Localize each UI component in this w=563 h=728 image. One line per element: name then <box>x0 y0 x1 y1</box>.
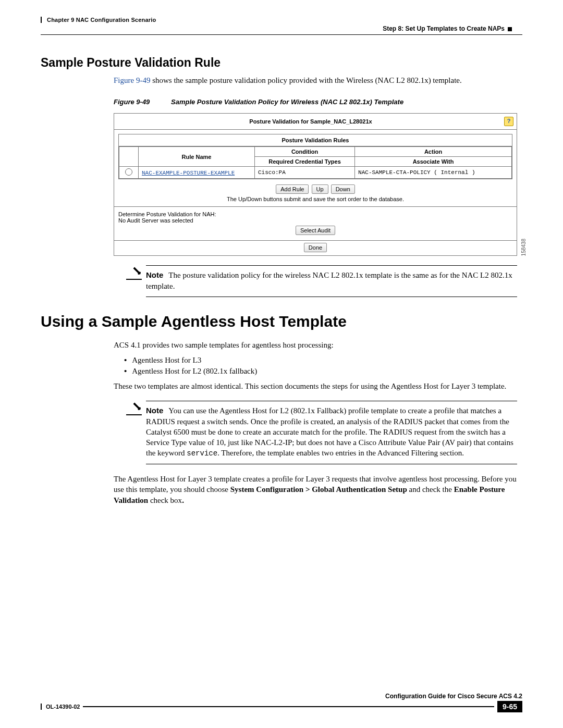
sort-hint: The Up/Down buttons submit and save the … <box>118 196 512 202</box>
note-label: Note <box>146 270 163 279</box>
code-service: service <box>187 449 217 458</box>
help-icon[interactable]: ? <box>504 117 513 126</box>
cell-cred: Cisco:PA <box>255 167 355 179</box>
rules-table: Rule Name Condition Action Required Cred… <box>119 146 512 179</box>
page-number: 9-65 <box>497 701 522 712</box>
bullet-l3: Agentless Host for L3 <box>124 355 517 365</box>
header-marker-icon <box>508 27 512 31</box>
add-rule-button[interactable]: Add Rule <box>276 184 309 194</box>
bullet-l2: Agentless Host for L2 (802.1x fallback) <box>124 366 517 376</box>
table-row: NAC-EXAMPLE-POSTURE-EXAMPLE Cisco:PA NAC… <box>119 167 512 179</box>
footer-ol: OL-14390-02 <box>41 704 80 710</box>
select-audit-button[interactable]: Select Audit <box>296 226 335 235</box>
down-button[interactable]: Down <box>331 184 355 194</box>
figure-id: 158438 <box>521 239 527 256</box>
note-icon <box>130 265 143 278</box>
col-action-sub: Associate With <box>355 157 512 167</box>
note-text-2b: . Therefore, the template enables two en… <box>217 449 464 457</box>
figure-ref-link[interactable]: Figure 9-49 <box>114 76 150 84</box>
col-rule-name: Rule Name <box>139 147 255 167</box>
note-label: Note <box>146 406 163 415</box>
p-identical: These two templates are almost identical… <box>114 381 517 391</box>
p-final: The Agentless Host for Layer 3 template … <box>114 474 517 505</box>
col-condition: Condition <box>255 147 355 157</box>
note-icon <box>130 400 143 413</box>
figure-caption: Figure 9-49Sample Posture Validation Pol… <box>114 98 517 106</box>
section-heading-agentless: Using a Sample Agentless Host Template <box>41 313 522 330</box>
footer-guide: Configuration Guide for Cisco Secure ACS… <box>41 693 522 701</box>
up-button[interactable]: Up <box>312 184 328 194</box>
rule-name-link[interactable]: NAC-EXAMPLE-POSTURE-EXAMPLE <box>142 170 235 176</box>
step-label: Step 8: Set Up Templates to Create NAPs <box>41 25 522 32</box>
intro-paragraph: Figure 9-49 shows the sample posture val… <box>114 75 517 85</box>
note-text-1: The posture validation policy for the wi… <box>146 271 512 290</box>
col-action: Action <box>355 147 512 157</box>
done-button[interactable]: Done <box>304 243 327 252</box>
cell-assoc: NAC-SAMPLE-CTA-POLICY ( Internal ) <box>355 167 512 179</box>
figure-title: Posture Validation for Sample_NAC_L28021… <box>117 118 504 125</box>
rules-title: Posture Validation Rules <box>119 134 512 146</box>
figure-panel: Posture Validation for Sample_NAC_L28021… <box>114 113 517 256</box>
nah-line1: Determine Posture Validation for NAH: <box>118 211 512 217</box>
nah-line2: No Audit Server was selected <box>118 217 512 224</box>
p-acs41: ACS 4.1 provides two sample templates fo… <box>114 340 517 350</box>
section-heading-posture: Sample Posture Validation Rule <box>41 56 522 70</box>
row-radio[interactable] <box>125 168 132 176</box>
col-condition-sub: Required Credential Types <box>255 157 355 167</box>
chapter-label: Chapter 9 NAC Configuration Scenario <box>47 17 522 23</box>
